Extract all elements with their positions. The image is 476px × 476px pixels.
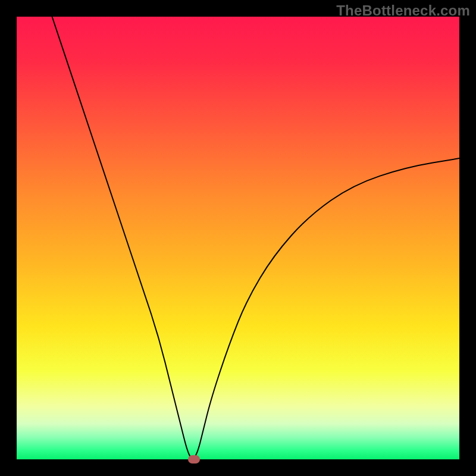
plot-area [17, 17, 459, 459]
bottleneck-curve [52, 17, 459, 459]
curve-layer [17, 17, 459, 459]
minimum-marker [188, 455, 200, 464]
chart-frame: TheBottleneck.com [0, 0, 476, 476]
